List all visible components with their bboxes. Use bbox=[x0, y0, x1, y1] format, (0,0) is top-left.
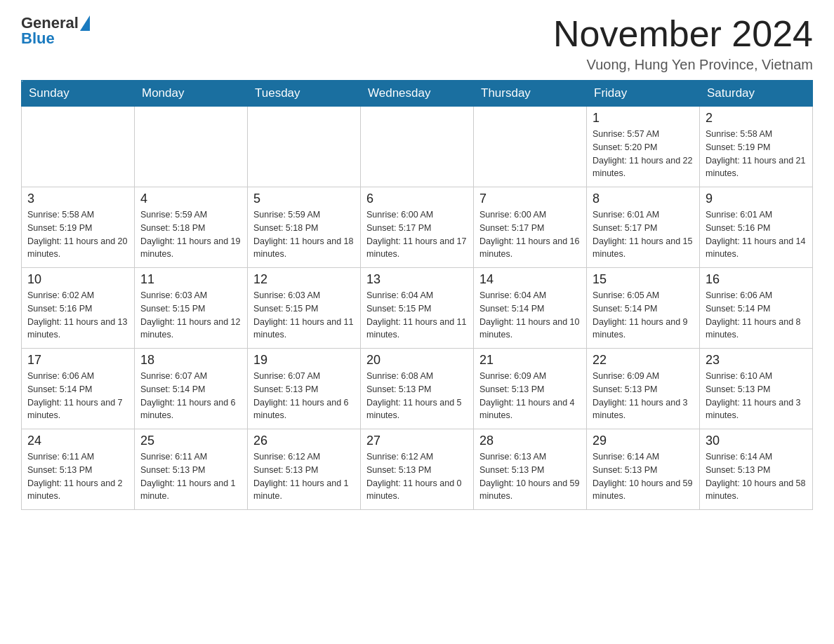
day-number: 30 bbox=[706, 434, 807, 448]
calendar-cell: 20Sunrise: 6:08 AMSunset: 5:13 PMDayligh… bbox=[361, 349, 474, 429]
day-number: 8 bbox=[593, 192, 694, 206]
day-number: 13 bbox=[366, 272, 468, 287]
week-row-1: 1Sunrise: 5:57 AMSunset: 5:20 PMDaylight… bbox=[22, 107, 813, 187]
day-info: Sunrise: 6:00 AMSunset: 5:17 PMDaylight:… bbox=[479, 208, 581, 261]
month-title: November 2024 bbox=[553, 14, 813, 54]
calendar-cell: 11Sunrise: 6:03 AMSunset: 5:15 PMDayligh… bbox=[135, 268, 248, 349]
day-number: 1 bbox=[593, 111, 694, 126]
day-info: Sunrise: 6:02 AMSunset: 5:16 PMDaylight:… bbox=[27, 289, 128, 342]
day-number: 11 bbox=[140, 272, 241, 287]
day-info: Sunrise: 6:12 AMSunset: 5:13 PMDaylight:… bbox=[366, 450, 468, 503]
day-info: Sunrise: 6:04 AMSunset: 5:15 PMDaylight:… bbox=[366, 289, 468, 342]
calendar-cell: 27Sunrise: 6:12 AMSunset: 5:13 PMDayligh… bbox=[361, 429, 474, 510]
day-info: Sunrise: 6:01 AMSunset: 5:16 PMDaylight:… bbox=[706, 208, 807, 261]
day-info: Sunrise: 6:13 AMSunset: 5:13 PMDaylight:… bbox=[479, 450, 581, 503]
calendar-cell: 25Sunrise: 6:11 AMSunset: 5:13 PMDayligh… bbox=[135, 429, 248, 510]
calendar-cell bbox=[361, 107, 474, 187]
day-number: 2 bbox=[706, 111, 807, 126]
day-number: 12 bbox=[253, 272, 355, 287]
logo: General Blue bbox=[21, 14, 90, 48]
calendar-cell: 21Sunrise: 6:09 AMSunset: 5:13 PMDayligh… bbox=[474, 349, 587, 429]
day-info: Sunrise: 6:05 AMSunset: 5:14 PMDaylight:… bbox=[593, 289, 694, 342]
logo-blue-text: Blue bbox=[21, 29, 55, 48]
calendar-cell: 7Sunrise: 6:00 AMSunset: 5:17 PMDaylight… bbox=[474, 187, 587, 268]
day-number: 27 bbox=[366, 434, 468, 448]
day-number: 3 bbox=[27, 192, 128, 206]
calendar-cell: 23Sunrise: 6:10 AMSunset: 5:13 PMDayligh… bbox=[700, 349, 813, 429]
day-number: 16 bbox=[706, 272, 807, 287]
day-info: Sunrise: 6:10 AMSunset: 5:13 PMDaylight:… bbox=[706, 370, 807, 422]
day-info: Sunrise: 6:09 AMSunset: 5:13 PMDaylight:… bbox=[593, 370, 694, 422]
day-number: 9 bbox=[706, 192, 807, 206]
day-info: Sunrise: 6:12 AMSunset: 5:13 PMDaylight:… bbox=[253, 450, 355, 503]
day-info: Sunrise: 6:06 AMSunset: 5:14 PMDaylight:… bbox=[27, 370, 128, 422]
day-info: Sunrise: 6:07 AMSunset: 5:13 PMDaylight:… bbox=[253, 370, 355, 422]
day-number: 25 bbox=[140, 434, 241, 448]
day-info: Sunrise: 5:58 AMSunset: 5:19 PMDaylight:… bbox=[27, 208, 128, 261]
week-row-2: 3Sunrise: 5:58 AMSunset: 5:19 PMDaylight… bbox=[22, 187, 813, 268]
day-info: Sunrise: 5:59 AMSunset: 5:18 PMDaylight:… bbox=[140, 208, 241, 261]
day-info: Sunrise: 6:06 AMSunset: 5:14 PMDaylight:… bbox=[706, 289, 807, 342]
calendar-cell: 9Sunrise: 6:01 AMSunset: 5:16 PMDaylight… bbox=[700, 187, 813, 268]
day-info: Sunrise: 6:08 AMSunset: 5:13 PMDaylight:… bbox=[366, 370, 468, 422]
day-info: Sunrise: 5:59 AMSunset: 5:18 PMDaylight:… bbox=[253, 208, 355, 261]
calendar-table: SundayMondayTuesdayWednesdayThursdayFrid… bbox=[21, 80, 813, 510]
calendar-cell: 13Sunrise: 6:04 AMSunset: 5:15 PMDayligh… bbox=[361, 268, 474, 349]
calendar-cell: 5Sunrise: 5:59 AMSunset: 5:18 PMDaylight… bbox=[248, 187, 361, 268]
calendar-cell bbox=[22, 107, 135, 187]
week-row-4: 17Sunrise: 6:06 AMSunset: 5:14 PMDayligh… bbox=[22, 349, 813, 429]
calendar-header-wednesday: Wednesday bbox=[361, 81, 474, 107]
calendar-cell: 16Sunrise: 6:06 AMSunset: 5:14 PMDayligh… bbox=[700, 268, 813, 349]
calendar-cell: 14Sunrise: 6:04 AMSunset: 5:14 PMDayligh… bbox=[474, 268, 587, 349]
day-number: 17 bbox=[27, 353, 128, 368]
day-number: 14 bbox=[479, 272, 581, 287]
calendar-cell: 8Sunrise: 6:01 AMSunset: 5:17 PMDaylight… bbox=[587, 187, 700, 268]
day-info: Sunrise: 6:04 AMSunset: 5:14 PMDaylight:… bbox=[479, 289, 581, 342]
logo-triangle-icon bbox=[80, 15, 90, 31]
day-number: 19 bbox=[253, 353, 355, 368]
calendar-cell: 22Sunrise: 6:09 AMSunset: 5:13 PMDayligh… bbox=[587, 349, 700, 429]
title-section: November 2024 Vuong, Hung Yen Province, … bbox=[553, 14, 813, 73]
calendar-cell: 12Sunrise: 6:03 AMSunset: 5:15 PMDayligh… bbox=[248, 268, 361, 349]
day-info: Sunrise: 6:14 AMSunset: 5:13 PMDaylight:… bbox=[593, 450, 694, 503]
calendar-cell: 2Sunrise: 5:58 AMSunset: 5:19 PMDaylight… bbox=[700, 107, 813, 187]
calendar-cell: 10Sunrise: 6:02 AMSunset: 5:16 PMDayligh… bbox=[22, 268, 135, 349]
week-row-5: 24Sunrise: 6:11 AMSunset: 5:13 PMDayligh… bbox=[22, 429, 813, 510]
calendar-cell: 30Sunrise: 6:14 AMSunset: 5:13 PMDayligh… bbox=[700, 429, 813, 510]
day-number: 20 bbox=[366, 353, 468, 368]
day-info: Sunrise: 6:07 AMSunset: 5:14 PMDaylight:… bbox=[140, 370, 241, 422]
location-text: Vuong, Hung Yen Province, Vietnam bbox=[553, 57, 813, 73]
calendar-cell bbox=[248, 107, 361, 187]
calendar-header-tuesday: Tuesday bbox=[248, 81, 361, 107]
day-number: 18 bbox=[140, 353, 241, 368]
calendar-header-friday: Friday bbox=[587, 81, 700, 107]
day-info: Sunrise: 5:58 AMSunset: 5:19 PMDaylight:… bbox=[706, 128, 807, 180]
day-info: Sunrise: 6:03 AMSunset: 5:15 PMDaylight:… bbox=[253, 289, 355, 342]
day-number: 5 bbox=[253, 192, 355, 206]
calendar-cell: 28Sunrise: 6:13 AMSunset: 5:13 PMDayligh… bbox=[474, 429, 587, 510]
day-info: Sunrise: 6:11 AMSunset: 5:13 PMDaylight:… bbox=[140, 450, 241, 503]
calendar-cell: 6Sunrise: 6:00 AMSunset: 5:17 PMDaylight… bbox=[361, 187, 474, 268]
week-row-3: 10Sunrise: 6:02 AMSunset: 5:16 PMDayligh… bbox=[22, 268, 813, 349]
day-number: 24 bbox=[27, 434, 128, 448]
day-number: 26 bbox=[253, 434, 355, 448]
day-info: Sunrise: 6:03 AMSunset: 5:15 PMDaylight:… bbox=[140, 289, 241, 342]
day-number: 22 bbox=[593, 353, 694, 368]
calendar-header-thursday: Thursday bbox=[474, 81, 587, 107]
calendar-header-saturday: Saturday bbox=[700, 81, 813, 107]
calendar-header-row: SundayMondayTuesdayWednesdayThursdayFrid… bbox=[22, 81, 813, 107]
day-number: 23 bbox=[706, 353, 807, 368]
calendar-cell: 18Sunrise: 6:07 AMSunset: 5:14 PMDayligh… bbox=[135, 349, 248, 429]
day-number: 21 bbox=[479, 353, 581, 368]
day-info: Sunrise: 6:14 AMSunset: 5:13 PMDaylight:… bbox=[706, 450, 807, 503]
day-info: Sunrise: 6:11 AMSunset: 5:13 PMDaylight:… bbox=[27, 450, 128, 503]
calendar-cell bbox=[135, 107, 248, 187]
calendar-cell: 15Sunrise: 6:05 AMSunset: 5:14 PMDayligh… bbox=[587, 268, 700, 349]
calendar-cell: 4Sunrise: 5:59 AMSunset: 5:18 PMDaylight… bbox=[135, 187, 248, 268]
day-number: 28 bbox=[479, 434, 581, 448]
calendar-cell bbox=[474, 107, 587, 187]
day-number: 10 bbox=[27, 272, 128, 287]
day-info: Sunrise: 5:57 AMSunset: 5:20 PMDaylight:… bbox=[593, 128, 694, 180]
page-header: General Blue November 2024 Vuong, Hung Y… bbox=[21, 14, 813, 73]
day-number: 15 bbox=[593, 272, 694, 287]
